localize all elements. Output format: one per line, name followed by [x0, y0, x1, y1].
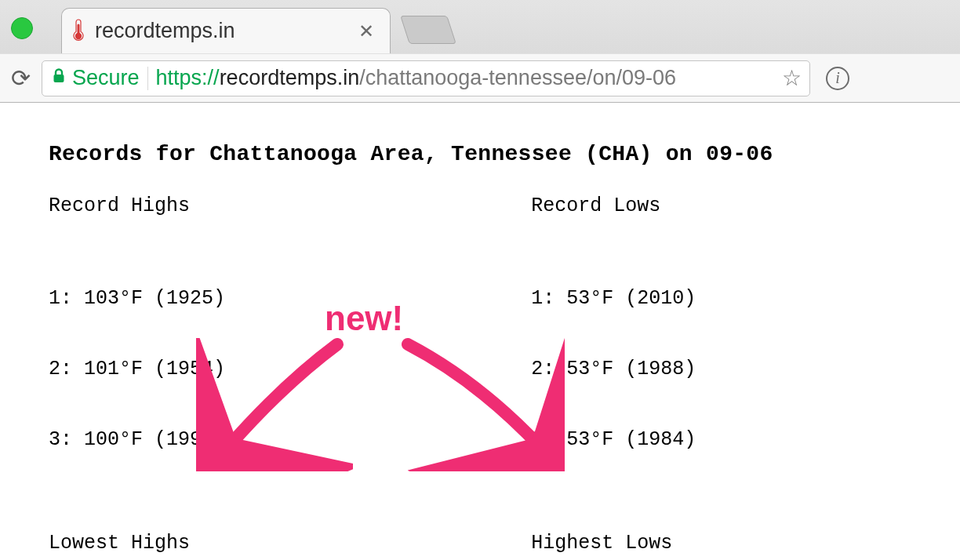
info-icon[interactable]: i: [826, 67, 849, 90]
svg-rect-1: [54, 75, 64, 82]
reload-icon[interactable]: ⟳: [11, 64, 31, 92]
separator: [147, 67, 148, 90]
browser-tab[interactable]: recordtemps.in ✕: [61, 8, 391, 53]
page-title: Records for Chattanooga Area, Tennessee …: [49, 142, 911, 166]
lowest-highs-heading: Lowest Highs: [49, 532, 531, 555]
tab-strip: recordtemps.in ✕: [0, 0, 960, 53]
list-item: 2: 101°F (1954): [49, 358, 531, 381]
list-item: 3: 53°F (1984): [531, 428, 911, 452]
new-tab-button[interactable]: [400, 16, 456, 44]
url-scheme: https: [156, 66, 202, 89]
record-highs-list: 1: 103°F (1925) 2: 101°F (1954) 3: 100°F…: [49, 240, 531, 499]
secure-label: Secure: [72, 66, 140, 90]
url-path: /chattanooga-tennessee/on/09-06: [359, 66, 676, 89]
browser-chrome: recordtemps.in ✕ ⟳ Secure https://record…: [0, 0, 960, 103]
list-item: 2: 53°F (1988): [531, 358, 911, 381]
address-bar[interactable]: Secure https://recordtemps.in/chattanoog…: [42, 60, 810, 96]
svg-point-0: [75, 32, 82, 38]
record-lows-heading: Record Lows: [531, 195, 911, 218]
list-item: 3: 100°F (1999): [49, 428, 531, 452]
url-text: https://recordtemps.in/chattanooga-tenne…: [156, 66, 782, 90]
bookmark-star-icon[interactable]: ☆: [782, 65, 802, 91]
record-highs-heading: Record Highs: [49, 195, 531, 218]
browser-toolbar: ⟳ Secure https://recordtemps.in/chattano…: [0, 53, 960, 102]
list-item: 1: 53°F (2010): [531, 287, 911, 311]
left-column: Record Highs 1: 103°F (1925) 2: 101°F (1…: [49, 195, 531, 560]
record-lows-list: 1: 53°F (2010) 2: 53°F (1988) 3: 53°F (1…: [531, 240, 911, 499]
thermometer-icon: [73, 18, 84, 45]
list-item: 1: 103°F (1925): [49, 287, 531, 311]
page-content: Records for Chattanooga Area, Tennessee …: [0, 103, 960, 560]
tab-title: recordtemps.in: [95, 19, 355, 43]
right-column: Record Lows 1: 53°F (2010) 2: 53°F (1988…: [531, 195, 911, 560]
close-tab-icon[interactable]: ✕: [355, 20, 377, 42]
window-control-dot[interactable]: [11, 17, 33, 39]
url-host: recordtemps.in: [220, 66, 360, 89]
lock-icon: [52, 68, 66, 88]
highest-lows-heading: Highest Lows: [531, 532, 911, 555]
